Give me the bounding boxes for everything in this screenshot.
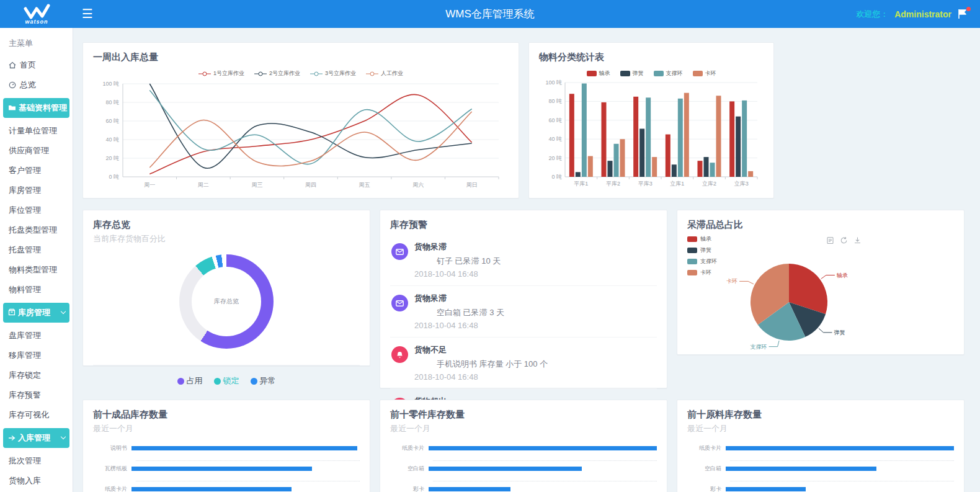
legend-item[interactable]: 异常 [251, 375, 276, 387]
data-view-icon[interactable] [826, 236, 834, 244]
sidebar-item-label: 移库管理 [9, 350, 41, 361]
sidebar-item[interactable]: 库存预警 [0, 385, 73, 405]
top10-bar-chart: 纸质卡片 空白箱 彩卡 说明书 [390, 443, 657, 492]
sidebar-item[interactable]: 计量单位管理 [0, 121, 73, 141]
sidebar-group[interactable]: 入库管理 [3, 428, 69, 448]
sidebar-item[interactable]: 物料管理 [0, 280, 73, 300]
legend-item[interactable]: 占用 [177, 375, 203, 387]
home-icon [9, 61, 17, 69]
legend-item[interactable]: 弹簧 [620, 69, 644, 78]
hbar-label: 瓦楞纸板 [93, 465, 131, 473]
sidebar-item[interactable]: 盘库管理 [0, 326, 73, 346]
legend-item[interactable]: 锁定 [214, 375, 239, 387]
legend-item[interactable]: 轴承 [587, 69, 610, 78]
weekly-line-chart[interactable]: 0 吨20 吨40 吨60 吨80 吨100 吨周一周二周三周四周五周六周日 [93, 79, 507, 192]
sidebar-item[interactable]: 客户管理 [0, 161, 73, 181]
hbar-gridline [136, 476, 360, 481]
download-icon[interactable] [853, 236, 862, 244]
username[interactable]: Administrator [894, 9, 951, 19]
hbar-gridline [433, 456, 657, 461]
legend-item[interactable]: 卡环 [693, 69, 716, 78]
sidebar-item-label: 库存锁定 [9, 370, 41, 381]
legend-label: 人工作业 [381, 69, 403, 78]
card-stock-overview: 库存总览 当前库存货物百分比 库存总览 占用锁定异常 [82, 210, 370, 366]
top-bar: watson ☰ WMS仓库管理系统 欢迎您： Administrator [0, 0, 980, 28]
material-chart-legend: 轴承弹簧支撑环卡环 [539, 69, 764, 78]
sidebar-item[interactable]: 库存可视化 [0, 405, 73, 425]
sidebar-item[interactable]: 总览 [0, 75, 73, 95]
sidebar-item[interactable]: 库房管理 [0, 181, 73, 200]
material-bar-chart[interactable]: 0 吨20 吨40 吨60 吨80 吨100 吨平库1平库2平库3立库1立库2立… [539, 79, 762, 189]
row-3: 前十成品库存数量 最近一个月 说明书 瓦楞纸板 纸质卡片 空白箱 前十零件库存数… [82, 400, 971, 492]
legend-item[interactable]: 3号立库作业 [310, 69, 356, 78]
notification-flag-icon[interactable] [958, 9, 969, 20]
hbar-bar [131, 487, 292, 491]
svg-text:80 吨: 80 吨 [105, 99, 119, 105]
sidebar-item-label: 计量单位管理 [9, 125, 57, 136]
legend-item[interactable]: 人工作业 [366, 69, 403, 78]
sidebar-item-label: 托盘管理 [9, 244, 41, 256]
line-marker-icon [254, 71, 267, 76]
hbar-row[interactable]: 纸质卡片 [390, 443, 657, 454]
legend-item[interactable]: 轴承 [687, 235, 717, 243]
mail-icon [391, 295, 408, 311]
alert-time: 2018-10-04 16:48 [414, 372, 548, 382]
svg-text:60 吨: 60 吨 [105, 118, 119, 124]
card-weekly-inout: 一周出入库总量 1号立库作业2号立库作业3号立库作业人工作业 0 吨20 吨40… [82, 42, 519, 199]
sidebar-item[interactable]: 库存锁定 [0, 365, 73, 385]
sidebar: 主菜单 首页总览基础资料管理计量单位管理供应商管理客户管理库房管理库位管理托盘类… [0, 28, 73, 492]
overview-subtitle: 当前库存货物百分比 [93, 233, 360, 244]
card-material-stats: 物料分类统计表 轴承弹簧支撑环卡环 0 吨20 吨40 吨60 吨80 吨100… [528, 42, 774, 199]
sidebar-item-label: 货物入库 [9, 475, 41, 486]
hbar-row[interactable]: 瓦楞纸板 [93, 463, 360, 474]
hbar-label: 说明书 [93, 444, 131, 452]
hbar-label: 空白箱 [687, 465, 726, 473]
sidebar-group[interactable]: 库房管理 [3, 303, 69, 323]
alert-item[interactable]: 货物呆滞 空白箱 已呆滞 3 天 2018-10-04 16:48 [390, 286, 657, 338]
alert-item[interactable]: 货物不足 手机说明书 库存量 小于 100 个 2018-10-04 16:48 [390, 338, 657, 389]
hbar-row[interactable]: 说明书 [93, 443, 360, 454]
top10-title: 前十零件库存数量 [390, 409, 657, 421]
sidebar-item[interactable]: 托盘管理 [0, 240, 73, 260]
sidebar-item[interactable]: 货物入库 [0, 471, 73, 491]
alert-title: 货物呆滞 [414, 293, 504, 304]
sidebar-item[interactable]: 供应商管理 [0, 141, 73, 161]
hbar-row[interactable]: 纸质卡片 [93, 484, 360, 492]
hbar-row[interactable]: 空白箱 [687, 463, 954, 474]
legend-item[interactable]: 支撑环 [654, 69, 683, 78]
sidebar-item-label: 批次管理 [9, 455, 41, 467]
hbar-row[interactable]: 彩卡 [390, 484, 657, 492]
sidebar-item-label: 客户管理 [9, 165, 41, 176]
sidebar-group[interactable]: 基础资料管理 [3, 98, 69, 118]
sidebar-item[interactable]: 物料类型管理 [0, 260, 73, 280]
restore-icon[interactable] [840, 236, 848, 244]
legend-swatch [693, 71, 703, 76]
hbar-label: 彩卡 [687, 485, 726, 492]
hbar-bar [726, 446, 954, 450]
sidebar-item-label: 库房管理 [9, 185, 41, 196]
row-2: 库存总览 当前库存货物百分比 库存总览 占用锁定异常 库存预警 货物呆滞 钉子 … [82, 210, 971, 388]
mail-icon [391, 243, 408, 260]
svg-text:100 吨: 100 吨 [102, 81, 119, 87]
row-1: 一周出入库总量 1号立库作业2号立库作业3号立库作业人工作业 0 吨20 吨40… [82, 42, 971, 199]
sidebar-item[interactable]: 托盘类型管理 [0, 220, 73, 240]
stagnant-pie-chart[interactable]: 轴承弹簧支撑环卡环 [696, 245, 901, 351]
sidebar-item[interactable]: 首页 [0, 55, 73, 75]
hbar-row[interactable]: 彩卡 [687, 484, 954, 492]
hbar-gridline [730, 476, 954, 481]
hbar-row[interactable]: 空白箱 [390, 463, 657, 474]
card-top10: 前十零件库存数量 最近一个月 纸质卡片 空白箱 彩卡 说明书 [380, 400, 667, 492]
sidebar-item[interactable]: 移库管理 [0, 346, 73, 365]
legend-item[interactable]: 1号立库作业 [198, 69, 244, 78]
legend-label: 卡环 [705, 69, 716, 78]
sidebar-item[interactable]: 库位管理 [0, 200, 73, 220]
stock-donut-chart[interactable]: 库存总览 [179, 254, 274, 349]
alert-item[interactable]: 货物呆滞 钉子 已呆滞 10 天 2018-10-04 16:48 [390, 235, 657, 286]
sidebar-item-label: 物料类型管理 [9, 264, 57, 275]
legend-item[interactable]: 2号立库作业 [254, 69, 300, 78]
hbar-row[interactable]: 纸质卡片 [687, 443, 954, 454]
sidebar-item[interactable]: 批次管理 [0, 451, 73, 471]
card-top10: 前十原料库存数量 最近一个月 纸质卡片 空白箱 彩卡 说明书 [677, 400, 964, 492]
svg-text:40 吨: 40 吨 [548, 136, 562, 142]
svg-text:周六: 周六 [412, 182, 424, 188]
